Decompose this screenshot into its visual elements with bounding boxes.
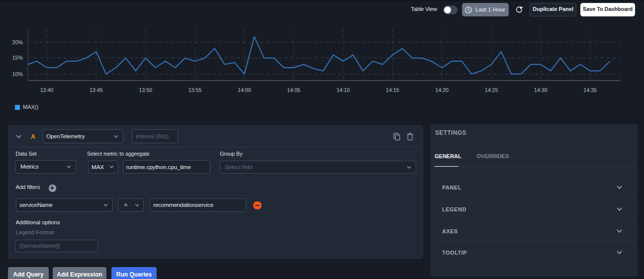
svg-text:14:10: 14:10 (337, 87, 350, 93)
svg-text:13:40: 13:40 (40, 87, 54, 93)
svg-text:14:20: 14:20 (435, 87, 449, 93)
svg-text:14:25: 14:25 (485, 87, 498, 93)
svg-text:20%: 20% (12, 39, 23, 45)
svg-text:10%: 10% (12, 71, 23, 77)
svg-text:13:50: 13:50 (139, 87, 152, 93)
svg-text:13:55: 13:55 (188, 87, 202, 93)
svg-text:14:00: 14:00 (238, 87, 251, 93)
svg-text:13:45: 13:45 (90, 87, 103, 93)
svg-text:14:15: 14:15 (386, 87, 399, 93)
svg-text:14:35: 14:35 (583, 87, 597, 93)
svg-text:15%: 15% (12, 55, 23, 61)
svg-text:14:30: 14:30 (534, 87, 548, 93)
svg-text:14:05: 14:05 (287, 87, 300, 93)
